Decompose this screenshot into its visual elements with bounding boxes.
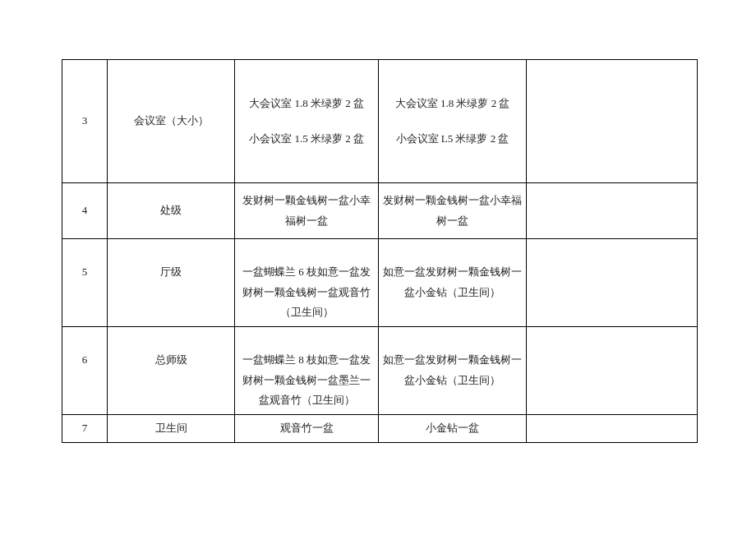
row-name: 卫生间 (108, 415, 235, 443)
table-row: 7 卫生间 观音竹一盆 小金钻一盆 (62, 415, 698, 443)
row-col5 (527, 183, 698, 239)
row-number: 3 (62, 60, 108, 183)
row-col5 (527, 239, 698, 327)
table-row: 4 处级 发财树一颗金钱树一盆小幸福树一盆 发财树一颗金钱树一盆小幸福树一盆 (62, 183, 698, 239)
table-row: 3 会议室（大小） 大会议室 1.8 米绿萝 2 盆 小会议室 1.5 米绿萝 … (62, 60, 698, 183)
row-number: 4 (62, 183, 108, 239)
row-col4: 如意一盆发财树一颗金钱树一盆小金钻（卫生间） (379, 239, 527, 327)
table-row: 6 总师级 一盆蝴蝶兰 8 枝如意一盆发财树一颗金钱树一盆墨兰一盆观音竹（卫生间… (62, 327, 698, 415)
row-name: 处级 (108, 183, 235, 239)
row-col5 (527, 327, 698, 415)
row-number: 5 (62, 239, 108, 327)
row-col3: 一盆蝴蝶兰 8 枝如意一盆发财树一颗金钱树一盆墨兰一盆观音竹（卫生间） (235, 327, 379, 415)
cell-line: 小会议室 1.5 米绿萝 2 盆 (249, 129, 364, 150)
row-number: 7 (62, 415, 108, 443)
row-col3: 发财树一颗金钱树一盆小幸福树一盆 (235, 183, 379, 239)
row-col3: 观音竹一盆 (235, 415, 379, 443)
row-col5 (527, 415, 698, 443)
cell-line: 大会议室 1.8 米绿萝 2 盆 (249, 97, 364, 109)
row-name: 厅级 (108, 239, 235, 327)
row-col4: 小金钻一盆 (379, 415, 527, 443)
row-col4: 发财树一颗金钱树一盆小幸福树一盆 (379, 183, 527, 239)
plant-allocation-table: 3 会议室（大小） 大会议室 1.8 米绿萝 2 盆 小会议室 1.5 米绿萝 … (62, 59, 698, 443)
cell-line: 小会议室 L5 米绿萝 2 盆 (395, 129, 510, 150)
table-row: 5 厅级 一盆蝴蝶兰 6 枝如意一盆发财树一颗金钱树一盆观音竹（卫生间） 如意一… (62, 239, 698, 327)
cell-line: 大会议室 1.8 米绿萝 2 盆 (395, 97, 510, 109)
row-col4: 如意一盆发财树一颗金钱树一盆小金钻（卫生间） (379, 327, 527, 415)
row-col4: 大会议室 1.8 米绿萝 2 盆 小会议室 L5 米绿萝 2 盆 (379, 60, 527, 183)
row-number: 6 (62, 327, 108, 415)
row-name: 总师级 (108, 327, 235, 415)
row-col5 (527, 60, 698, 183)
row-name: 会议室（大小） (108, 60, 235, 183)
row-col3: 一盆蝴蝶兰 6 枝如意一盆发财树一颗金钱树一盆观音竹（卫生间） (235, 239, 379, 327)
row-col3: 大会议室 1.8 米绿萝 2 盆 小会议室 1.5 米绿萝 2 盆 (235, 60, 379, 183)
